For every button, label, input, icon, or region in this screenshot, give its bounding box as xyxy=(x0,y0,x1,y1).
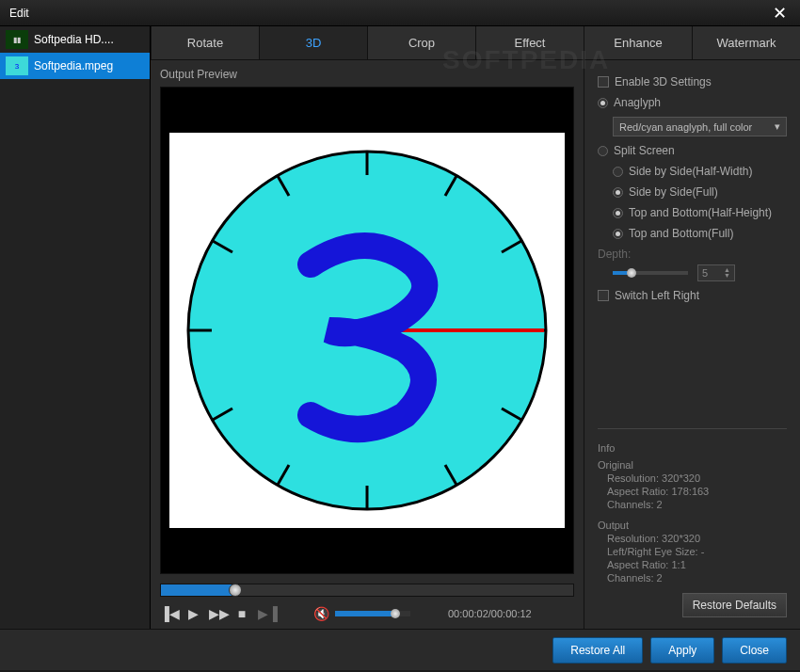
split-opt-radio[interactable]: Side by Side(Full) xyxy=(613,185,787,199)
window-title: Edit xyxy=(9,7,769,20)
depth-label: Depth: xyxy=(598,248,787,261)
depth-spinner[interactable]: 5 ▲▼ xyxy=(697,264,735,281)
seek-slider[interactable] xyxy=(160,584,574,597)
tab-3d[interactable]: 3D xyxy=(259,26,367,59)
file-name: Softpedia.mpeg xyxy=(34,59,113,72)
info-line: Channels: 2 xyxy=(607,572,787,584)
volume-icon[interactable]: 🔇 xyxy=(312,606,329,621)
info-line: Channels: 2 xyxy=(607,499,787,510)
settings-panel: Enable 3D Settings Anaglyph Red/cyan ana… xyxy=(584,60,800,629)
restore-all-button[interactable]: Restore All xyxy=(552,637,643,664)
info-original-label: Original xyxy=(598,459,787,471)
anaglyph-label: Anaglyph xyxy=(614,96,661,109)
split-opt-label: Top and Bottom(Half-Height) xyxy=(629,206,772,219)
info-line: Resolution: 320*320 xyxy=(607,533,787,544)
depth-slider[interactable] xyxy=(613,271,688,275)
file-thumbnail: ▮▮ xyxy=(6,30,28,49)
split-screen-radio[interactable]: Split Screen xyxy=(598,144,787,157)
play-icon[interactable]: ▶ xyxy=(184,606,201,621)
tab-bar: Rotate 3D Crop Effect Enhance Watermark xyxy=(151,26,800,60)
close-icon[interactable]: ✕ xyxy=(769,3,791,24)
split-opt-label: Side by Side(Half-Width) xyxy=(629,165,752,178)
tab-rotate[interactable]: Rotate xyxy=(151,26,259,59)
restore-defaults-button[interactable]: Restore Defaults xyxy=(682,593,787,617)
video-frame xyxy=(169,133,565,528)
tab-enhance[interactable]: Enhance xyxy=(584,26,692,59)
time-display: 00:00:02/00:00:12 xyxy=(448,608,532,619)
apply-button[interactable]: Apply xyxy=(650,637,714,664)
split-screen-label: Split Screen xyxy=(614,144,675,157)
info-line: Aspect Ratio: 1:1 xyxy=(607,559,787,570)
split-opt-label: Top and Bottom(Full) xyxy=(629,227,733,240)
file-sidebar: ▮▮ Softpedia HD.... 3 Softpedia.mpeg xyxy=(0,26,151,629)
footer: Restore All Apply Close xyxy=(0,629,800,670)
enable-3d-label: Enable 3D Settings xyxy=(615,75,712,88)
switch-lr-checkbox[interactable]: Switch Left Right xyxy=(598,289,787,302)
preview-box xyxy=(160,87,574,574)
tab-watermark[interactable]: Watermark xyxy=(692,26,800,59)
titlebar: Edit ✕ xyxy=(0,0,800,26)
info-line: Resolution: 320*320 xyxy=(607,472,787,484)
split-opt-label: Side by Side(Full) xyxy=(629,185,718,199)
anaglyph-mode-dropdown[interactable]: Red/cyan anaglyph, full color ▾ xyxy=(613,117,787,136)
tab-effect[interactable]: Effect xyxy=(475,26,584,59)
file-item[interactable]: ▮▮ Softpedia HD.... xyxy=(0,26,150,53)
close-button[interactable]: Close xyxy=(722,637,787,664)
file-thumbnail: 3 xyxy=(6,56,28,75)
info-output-label: Output xyxy=(598,520,787,531)
file-name: Softpedia HD.... xyxy=(34,33,114,46)
file-item[interactable]: 3 Softpedia.mpeg xyxy=(0,53,150,79)
split-opt-radio[interactable]: Side by Side(Half-Width) xyxy=(613,165,787,178)
dropdown-value: Red/cyan anaglyph, full color xyxy=(619,121,752,133)
chevron-down-icon: ▾ xyxy=(775,120,780,133)
stop-icon[interactable]: ■ xyxy=(233,606,250,621)
preview-label: Output Preview xyxy=(160,68,574,81)
spinner-arrows-icon: ▲▼ xyxy=(724,267,730,279)
split-opt-radio[interactable]: Top and Bottom(Full) xyxy=(613,227,787,240)
switch-lr-label: Switch Left Right xyxy=(615,289,699,302)
depth-value: 5 xyxy=(702,267,708,279)
enable-3d-checkbox[interactable]: Enable 3D Settings xyxy=(598,75,787,88)
info-line: Left/Right Eye Size: - xyxy=(607,546,787,557)
split-opt-radio[interactable]: Top and Bottom(Half-Height) xyxy=(613,206,787,219)
prev-icon[interactable]: ▐◀ xyxy=(160,606,177,621)
tab-crop[interactable]: Crop xyxy=(367,26,475,59)
fast-forward-icon[interactable]: ▶▶ xyxy=(209,606,226,621)
anaglyph-radio[interactable]: Anaglyph xyxy=(598,96,787,109)
volume-slider[interactable] xyxy=(335,611,410,616)
next-icon[interactable]: ▶▐ xyxy=(258,606,275,621)
info-header: Info xyxy=(598,442,787,454)
info-line: Aspect Ratio: 178:163 xyxy=(607,486,787,497)
